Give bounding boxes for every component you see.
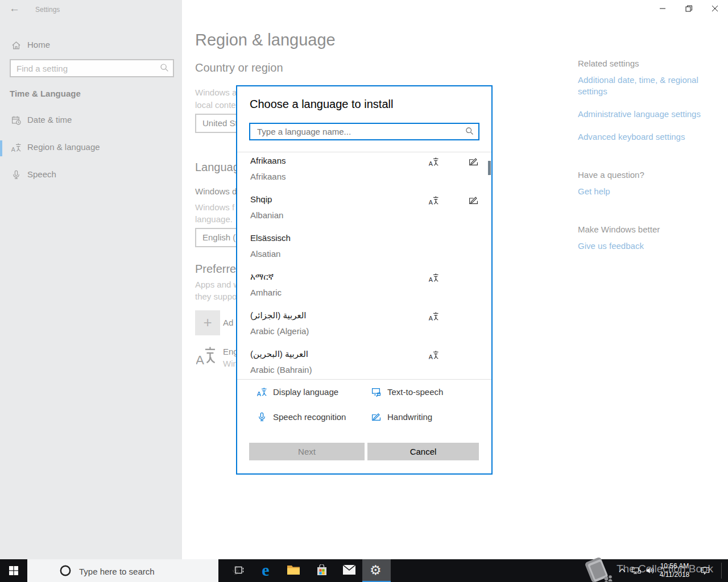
display-language-icon [429, 311, 439, 321]
close-button[interactable] [702, 0, 728, 17]
page-title: Region & language [195, 31, 336, 49]
settings-search-box[interactable] [10, 59, 174, 77]
language-list-item-albanian[interactable]: Shqip Albanian [237, 194, 487, 230]
handwriting-icon [469, 157, 478, 167]
taskbar-edge-button[interactable]: e [253, 559, 278, 582]
action-center-icon[interactable] [700, 566, 710, 576]
language-native-name: አማርኛ [250, 272, 274, 282]
language-english-name: Afrikaans [250, 172, 286, 181]
plus-icon: + [195, 310, 220, 335]
start-button[interactable] [0, 559, 27, 582]
display-language-icon [429, 196, 439, 205]
legend-handwriting: Handwriting [387, 412, 432, 422]
country-region-heading: Country or region [195, 61, 283, 74]
taskbar-search-input[interactable] [78, 564, 217, 579]
language-list-item-amharic[interactable]: አማርኛ Amharic [237, 272, 487, 307]
task-view-icon [233, 564, 245, 576]
taskbar-search-box[interactable] [27, 559, 218, 582]
show-desktop-button[interactable] [721, 563, 722, 579]
show-hidden-icons-chevron[interactable] [617, 566, 627, 576]
speech-recognition-icon [257, 412, 267, 422]
language-list-item-afrikaans[interactable]: Afrikaans Afrikaans [237, 156, 487, 191]
legend-text-to-speech: Text-to-speech [387, 387, 443, 397]
add-language-label: Ad [223, 318, 233, 327]
restore-button[interactable] [676, 0, 702, 17]
language-english-name: Albanian [250, 210, 283, 220]
cortana-icon [60, 565, 71, 576]
language-list-item-alsatian[interactable]: Elsässisch Alsatian [237, 233, 487, 268]
display-language-label: Windows d [195, 186, 237, 196]
sidebar-item-label: Date & time [27, 115, 72, 124]
language-english-name: Amharic [250, 288, 282, 297]
window-title: Settings [35, 6, 60, 14]
legend-speech-recognition: Speech recognition [273, 412, 346, 422]
taskbar-file-explorer-button[interactable] [281, 559, 306, 582]
search-icon [160, 63, 169, 72]
language-english-name: Alsatian [250, 249, 280, 259]
country-select-value: United St [202, 118, 238, 128]
sidebar: ← Settings Home Time & Language Date & t… [0, 0, 182, 559]
back-button[interactable]: ← [9, 2, 20, 15]
link-advanced-keyboard[interactable]: Advanced keyboard settings [578, 131, 710, 143]
have-a-question-heading: Have a question? [578, 170, 644, 180]
task-view-button[interactable] [226, 559, 251, 582]
language-search-box[interactable] [249, 123, 479, 140]
add-language-button[interactable]: + [195, 310, 220, 335]
language-native-name: العربية (الجزائر) [250, 310, 306, 321]
display-language-icon [429, 350, 439, 360]
text-to-speech-icon [371, 387, 381, 397]
region-language-icon [11, 143, 21, 152]
display-language-desc1: Windows f [195, 202, 234, 212]
display-language-icon [257, 387, 267, 397]
display-language-icon [196, 346, 216, 365]
link-give-us-feedback[interactable]: Give us feedback [578, 240, 710, 252]
mail-icon [342, 564, 356, 575]
display-language-icon [429, 157, 439, 167]
sidebar-item-speech[interactable]: Speech [0, 163, 182, 188]
dialog-title: Choose a language to install [250, 98, 393, 111]
clock-date: 4/11/2018 [654, 571, 695, 579]
country-desc-line2: local conte [195, 100, 236, 110]
cancel-button[interactable]: Cancel [367, 443, 479, 460]
taskbar-store-button[interactable] [309, 559, 334, 582]
handwriting-icon [469, 196, 478, 205]
windows-desktop: { "colors": { "accent": "#0078d7", "link… [0, 0, 728, 582]
installed-language-sub: Win [223, 359, 238, 368]
display-language-icon [429, 273, 439, 282]
languages-heading: Languag [195, 161, 239, 174]
preferred-desc1: Apps and w [195, 280, 239, 289]
link-additional-date-time-regional[interactable]: Additional date, time, & regional settin… [578, 74, 710, 97]
language-native-name: العربية (البحرين) [250, 349, 308, 359]
taskbar-mail-button[interactable] [337, 559, 362, 582]
settings-search-input[interactable] [15, 61, 154, 75]
language-list-item-arabic-algeria[interactable]: العربية (الجزائر) Arabic (Algeria) [237, 310, 487, 346]
sidebar-item-home[interactable]: Home [0, 33, 182, 58]
language-native-name: Afrikaans [250, 156, 286, 165]
language-search-input[interactable] [256, 125, 463, 138]
language-english-name: Arabic (Bahrain) [250, 365, 312, 375]
edge-icon: e [258, 563, 273, 578]
handwriting-icon [371, 412, 381, 422]
language-native-name: Shqip [250, 194, 272, 204]
link-get-help[interactable]: Get help [578, 186, 710, 197]
taskbar-settings-button[interactable]: ⚙ [362, 559, 391, 582]
date-time-icon [11, 115, 21, 125]
taskbar: The Collection Book e [0, 559, 728, 582]
divider [237, 152, 491, 152]
sidebar-item-region-language[interactable]: Region & language [0, 135, 182, 160]
network-icon[interactable] [631, 566, 642, 576]
choose-language-dialog: Choose a language to install Afrikaans A… [236, 85, 493, 475]
windows-logo-icon [9, 566, 18, 575]
divider [237, 379, 491, 380]
taskbar-clock[interactable]: 10:56 AM 4/11/2018 [654, 562, 695, 579]
minimize-button[interactable] [650, 0, 676, 17]
settings-gear-icon: ⚙ [370, 562, 382, 579]
book-logo-icon [581, 555, 614, 582]
next-button[interactable]: Next [249, 443, 365, 460]
preferred-desc2: they suppo [195, 292, 237, 301]
sidebar-item-date-time[interactable]: Date & time [0, 108, 182, 133]
selected-item-accent-bar [0, 140, 2, 156]
link-administrative-language[interactable]: Administrative language settings [578, 109, 710, 120]
display-language-select-value: English ( [202, 232, 235, 242]
list-scrollbar[interactable] [488, 161, 491, 175]
